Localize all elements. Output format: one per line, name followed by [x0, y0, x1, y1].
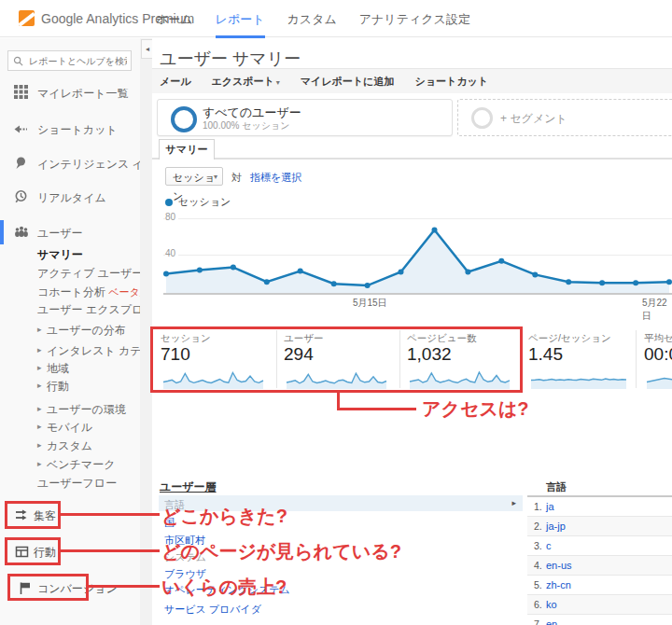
choose-metric-link[interactable]: 指標を選択	[250, 171, 301, 185]
language-link[interactable]: zh-cn	[546, 579, 571, 590]
report-toolbar: メール エクスポート▾ マイレポートに追加 ショートカット	[152, 69, 672, 93]
sidebar-item-shortcuts[interactable]: ショートカット	[37, 122, 118, 138]
add-segment-label: + セグメント	[500, 111, 567, 127]
expand-arrow-icon: ▸	[37, 325, 42, 334]
table-row: 3.c	[527, 536, 672, 556]
sidebar-item-cohort-analysis[interactable]: コホート分析 ベータ版	[37, 285, 150, 300]
add-segment-button[interactable]: + セグメント	[457, 99, 672, 136]
cohort-label: コホート分析	[37, 285, 105, 299]
language-link[interactable]: ko	[546, 599, 557, 610]
export-button[interactable]: エクスポート▾	[212, 75, 280, 89]
metric-select-dropdown[interactable]: セッション ▾	[165, 167, 223, 186]
legend-dot-icon	[165, 199, 173, 206]
sidebar-item-audience-overview[interactable]: サマリー	[37, 247, 83, 263]
top-navigation-bar: Google Analytics Premium ホーム レポート カスタム ア…	[0, 0, 672, 37]
sidebar-item-geo[interactable]: 地域	[47, 361, 69, 377]
table-row: 2.ja-jp	[527, 517, 672, 536]
expand-arrow-icon: ▸	[37, 345, 42, 354]
analytics-logo-icon	[19, 10, 35, 26]
language-link[interactable]: en-us	[546, 560, 572, 571]
search-input[interactable]	[27, 55, 129, 67]
caret-down-icon: ▾	[276, 78, 280, 87]
language-link[interactable]: c	[546, 540, 552, 551]
sidebar-item-custom[interactable]: カスタム	[47, 438, 92, 454]
expand-arrow-icon: ▸	[37, 459, 42, 468]
table-row: 7.en	[527, 615, 672, 625]
expand-arrow-icon: ▸	[37, 381, 42, 390]
segment-subtitle: 100.00% セッション	[203, 119, 289, 132]
vs-label: 対	[231, 171, 242, 185]
sparkline-avg-session-duration	[644, 367, 672, 389]
table-row: 1.ja	[527, 497, 672, 517]
legend-label: セッション	[178, 195, 231, 209]
annotation-box-conversion	[7, 574, 89, 601]
segment-ring-icon	[171, 106, 197, 132]
sidebar-item-dashboards[interactable]: マイレポート一覧	[37, 86, 128, 102]
language-link[interactable]: ja-jp	[546, 521, 566, 532]
metric-value-pages-per-session: 1.45	[528, 344, 563, 365]
card-separator	[636, 330, 637, 388]
metric-value-avg-session-duration: 00:0	[644, 344, 672, 365]
realtime-clock-icon	[14, 189, 28, 203]
annotation-box-behavior	[5, 537, 61, 565]
tab-summary[interactable]: サマリー	[159, 139, 215, 160]
annotation-connector	[61, 549, 160, 552]
rank: 6.	[534, 599, 542, 610]
annotation-connector	[61, 513, 160, 516]
export-label: エクスポート	[212, 76, 274, 87]
mail-button[interactable]: メール	[160, 75, 191, 89]
annotation-box-metrics	[150, 326, 523, 393]
sessions-line-chart[interactable]	[163, 209, 672, 293]
add-to-dashboard-button[interactable]: マイレポートに追加	[301, 75, 395, 89]
rank: 5.	[534, 579, 542, 590]
page-title: ユーザー サマリー	[160, 48, 301, 70]
table-row: 4.en-us	[527, 556, 672, 576]
annotation-box-acquisition	[5, 501, 61, 529]
nav-home[interactable]: ホーム	[156, 0, 193, 38]
sidebar-item-users-flow[interactable]: ユーザーフロー	[37, 476, 117, 492]
language-link[interactable]: en	[546, 618, 557, 625]
demographics-title: ユーザー層	[160, 479, 217, 495]
x-tick-may15: 5月15日	[353, 297, 387, 310]
sidebar-item-benchmarking[interactable]: ベンチマーク	[47, 457, 115, 473]
rank: 2.	[534, 521, 542, 532]
sidebar-item-behavior-sub[interactable]: 行動	[47, 379, 69, 395]
sidebar-item-active-users[interactable]: アクティブ ユーザー	[37, 266, 143, 282]
audience-users-icon	[14, 225, 29, 239]
annotation-acquisition: どこからきた?	[161, 504, 287, 529]
top-nav: ホーム レポート カスタム アナリティクス設定	[156, 0, 470, 37]
expand-arrow-icon: ▸	[37, 404, 42, 413]
shortcuts-arrow-icon	[14, 122, 28, 136]
sparkline-pages-per-session	[528, 367, 629, 389]
metric-label-avg-session-duration[interactable]: 平均セッション時間	[644, 332, 672, 345]
sidebar-item-technology[interactable]: ユーザーの環境	[47, 402, 126, 418]
active-section-indicator	[0, 220, 4, 244]
dashboards-grid-icon	[14, 85, 28, 99]
sidebar-item-realtime[interactable]: リアルタイム	[37, 190, 106, 206]
annotation-behavior: どのページが見られている?	[161, 539, 401, 564]
sidebar-item-demographics[interactable]: ユーザーの分布	[47, 323, 126, 339]
x-tick-may22: 5月22日	[642, 297, 672, 323]
sidebar-item-audience[interactable]: ユーザー	[37, 226, 83, 242]
language-link[interactable]: ja	[546, 501, 554, 512]
annotation-conversion: いくらの売上?	[161, 575, 287, 600]
segment-ring-empty-icon	[471, 107, 493, 129]
annotation-connector	[89, 585, 160, 588]
nav-custom[interactable]: カスタム	[287, 0, 337, 38]
nav-admin[interactable]: アナリティクス設定	[359, 0, 470, 38]
metric-label-pages-per-session[interactable]: ページ/セッション	[528, 332, 611, 345]
rank: 1.	[534, 501, 542, 512]
segment-all-users-card[interactable]: すべてのユーザー 100.00% セッション	[157, 99, 453, 136]
annotation-connector	[337, 408, 416, 410]
nav-reporting[interactable]: レポート	[216, 0, 265, 38]
intelligence-pin-icon	[14, 156, 28, 170]
tab-strip-border	[152, 158, 672, 160]
expand-arrow-icon: ▸	[37, 422, 42, 431]
sidebar-search[interactable]	[7, 50, 132, 71]
demographics-item-service-provider[interactable]: サービス プロバイダ	[164, 603, 261, 617]
expand-arrow-icon: ▸	[37, 440, 42, 450]
shortcut-button[interactable]: ショートカット	[414, 75, 488, 89]
language-table-header: 言語	[546, 480, 567, 494]
sidebar-item-mobile[interactable]: モバイル	[47, 420, 92, 436]
rank: 7.	[534, 618, 542, 625]
